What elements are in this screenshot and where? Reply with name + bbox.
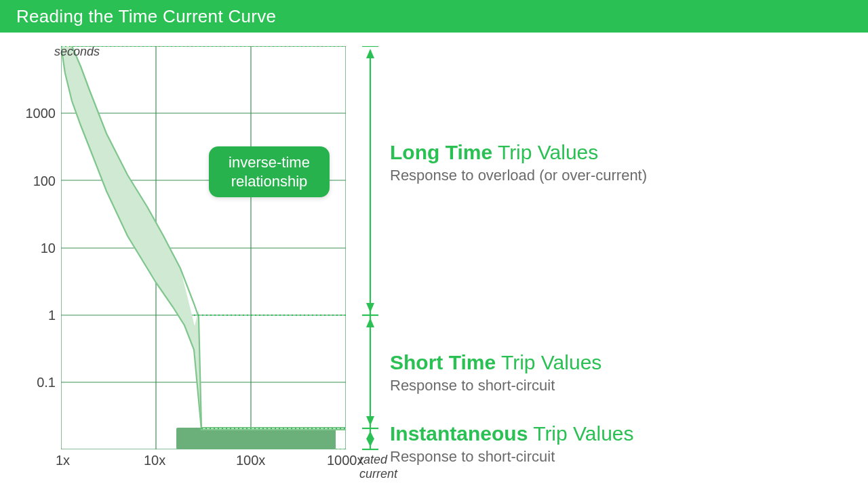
label-inst-bold: Instantaneous: [390, 422, 528, 445]
callout-line2: relationship: [231, 173, 308, 190]
svg-marker-23: [366, 439, 374, 447]
label-long-sub: Response to overload (or over-current): [390, 167, 647, 184]
x-tick-1x: 1x: [56, 453, 70, 468]
callout-inverse-time: inverse-time relationship: [209, 146, 330, 197]
svg-marker-20: [366, 318, 374, 327]
callout-line1: inverse-time: [229, 154, 310, 171]
label-inst-rest: Trip Values: [528, 422, 633, 445]
y-tick-100: 100: [15, 174, 56, 189]
label-long-rest: Trip Values: [492, 141, 598, 163]
label-short-time: Short Time Trip Values Response to short…: [390, 351, 601, 394]
label-instantaneous: Instantaneous Trip Values Response to sh…: [390, 422, 634, 466]
svg-marker-22: [366, 431, 374, 439]
label-short-rest: Trip Values: [496, 351, 601, 373]
y-axis-label: seconds: [54, 45, 100, 59]
y-tick-10: 10: [15, 241, 56, 256]
y-tick-1000: 1000: [15, 106, 56, 121]
svg-marker-18: [366, 49, 374, 58]
page-title: Reading the Time Current Curve: [16, 6, 276, 27]
y-tick-1: 1: [15, 308, 56, 323]
region-bracket: [359, 46, 380, 449]
label-short-sub: Response to short-circuit: [390, 377, 601, 394]
x-tick-10x: 10x: [144, 453, 165, 468]
label-inst-sub: Response to short-circuit: [390, 448, 634, 466]
svg-marker-19: [366, 303, 374, 312]
svg-rect-8: [176, 428, 336, 449]
x-tick-1000x: 1000x: [327, 453, 364, 468]
time-current-chart: seconds 1000 100 10 1 0.1 1x 10x 100x 10…: [61, 46, 346, 449]
header-bar: Reading the Time Current Curve: [0, 0, 868, 33]
x-tick-100x: 100x: [236, 453, 265, 468]
label-long-time: Long Time Trip Values Response to overlo…: [390, 141, 647, 184]
y-tick-0p1: 0.1: [15, 375, 56, 390]
label-short-bold: Short Time: [390, 351, 496, 373]
canvas: seconds 1000 100 10 1 0.1 1x 10x 100x 10…: [0, 33, 868, 488]
svg-marker-21: [366, 416, 374, 426]
chart-svg: [61, 46, 346, 449]
label-long-bold: Long Time: [390, 141, 492, 163]
